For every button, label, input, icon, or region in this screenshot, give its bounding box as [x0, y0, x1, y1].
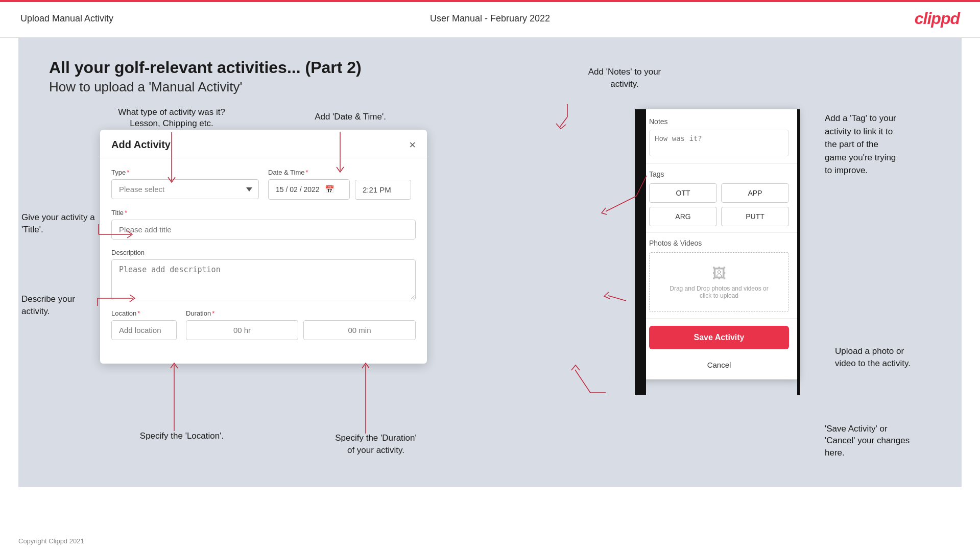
ann-duration: Specify the 'Duration'of your activity.	[304, 432, 447, 457]
date-input[interactable]: 15 / 02 / 2022 📅	[268, 179, 350, 200]
tag-arg[interactable]: ARG	[649, 207, 717, 226]
notes-input[interactable]	[649, 130, 789, 156]
modal-header: Add Activity ×	[100, 130, 427, 158]
form-group-location: Location*	[111, 309, 177, 340]
ann-notes: Add 'Notes' to youractivity.	[568, 66, 681, 90]
manual-title: User Manual - February 2022	[430, 13, 550, 24]
notes-label: Notes	[649, 117, 789, 126]
ann-location: Specify the 'Location'.	[131, 431, 233, 441]
duration-hr-input[interactable]	[186, 320, 298, 340]
photo-icon: 🖼	[655, 265, 783, 282]
ann-describe: Describe youractivity.	[21, 293, 98, 318]
notes-panel: Notes Tags OTT APP ARG PUTT Photos & Vid…	[640, 109, 798, 379]
svg-line-13	[560, 117, 567, 127]
tag-ott[interactable]: OTT	[649, 183, 717, 203]
type-label: Type*	[111, 169, 259, 176]
footer-copyright: Copyright Clippd 2021	[18, 537, 84, 545]
svg-line-18	[575, 370, 590, 393]
form-row-description: Description	[111, 249, 416, 300]
tags-grid: OTT APP ARG PUTT	[649, 183, 789, 226]
duration-group	[186, 320, 416, 340]
modal-title: Add Activity	[111, 139, 171, 151]
save-activity-button[interactable]: Save Activity	[649, 326, 789, 349]
photos-section: Photos & Videos 🖼 Drag and Drop photos a…	[640, 233, 798, 319]
location-input[interactable]	[111, 320, 177, 340]
page-title: Upload Manual Activity	[20, 13, 113, 24]
form-group-title: Title*	[111, 209, 416, 239]
tag-putt[interactable]: PUTT	[721, 207, 789, 226]
photos-drop-text: Drag and Drop photos and videos or click…	[655, 285, 783, 299]
ann-tag: Add a 'Tag' to youractivity to link it t…	[825, 112, 952, 177]
svg-line-15	[606, 196, 636, 211]
ann-title: Give your activity a'Title'.	[21, 211, 101, 236]
photos-dropzone[interactable]: 🖼 Drag and Drop photos and videos or cli…	[649, 252, 789, 312]
ann-upload: Upload a photo orvideo to the activity.	[835, 345, 952, 370]
tag-app[interactable]: APP	[721, 183, 789, 203]
form-row-type-datetime: Type* Please select Date & Time* 15 / 02…	[111, 169, 416, 200]
time-input[interactable]	[355, 180, 411, 200]
location-label: Location*	[111, 309, 177, 317]
title-input[interactable]	[111, 220, 416, 239]
main-content: All your golf-relevant activities... (Pa…	[18, 38, 962, 487]
mobile-right-bar	[797, 109, 800, 395]
datetime-label: Date & Time*	[268, 169, 416, 176]
form-group-description: Description	[111, 249, 416, 300]
cancel-button[interactable]: Cancel	[640, 354, 798, 375]
mobile-left-bar	[635, 109, 646, 395]
type-select[interactable]: Please select	[111, 179, 259, 199]
modal-body: Type* Please select Date & Time* 15 / 02…	[100, 158, 427, 364]
main-heading: All your golf-relevant activities... (Pa…	[49, 58, 931, 77]
form-row-title: Title*	[111, 209, 416, 239]
description-label: Description	[111, 249, 416, 256]
main-subheading: How to upload a 'Manual Activity'	[49, 79, 931, 95]
datetime-group: 15 / 02 / 2022 📅	[268, 179, 416, 200]
logo: clippd	[915, 9, 960, 28]
add-activity-modal: Add Activity × Type* Please select Date …	[100, 130, 427, 364]
duration-min-input[interactable]	[303, 320, 416, 340]
tags-section: Tags OTT APP ARG PUTT	[640, 164, 798, 233]
ann-datetime: Add 'Date & Time'.	[299, 112, 401, 122]
form-group-type: Type* Please select	[111, 169, 259, 200]
ann-what-type: What type of activity was it?Lesson, Chi…	[115, 107, 228, 129]
tags-label: Tags	[649, 170, 789, 178]
ann-save: 'Save Activity' or'Cancel' your changesh…	[825, 423, 952, 459]
top-bar: Upload Manual Activity User Manual - Feb…	[0, 0, 980, 38]
svg-line-16	[608, 296, 626, 301]
title-label: Title*	[111, 209, 416, 217]
form-group-duration: Duration*	[186, 309, 416, 340]
form-row-location-duration: Location* Duration*	[111, 309, 416, 340]
notes-panel-header: Notes	[640, 109, 798, 164]
description-textarea[interactable]	[111, 259, 416, 300]
photos-label: Photos & Videos	[649, 239, 789, 247]
duration-label: Duration*	[186, 309, 416, 317]
form-group-datetime: Date & Time* 15 / 02 / 2022 📅	[268, 169, 416, 200]
modal-close-button[interactable]: ×	[409, 139, 416, 151]
